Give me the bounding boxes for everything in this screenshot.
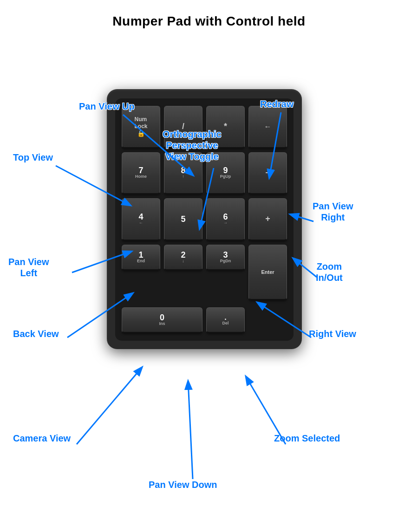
key-plus: +	[248, 198, 287, 241]
key-0-ins: 0 Ins	[122, 307, 202, 333]
label-zoom-in-out: Zoom In/Out	[316, 261, 343, 283]
label-top-view: Top View	[13, 152, 53, 163]
key-6: 6 →	[206, 198, 245, 241]
label-pan-view-up: Pan View Up	[79, 101, 135, 112]
svg-line-10	[77, 368, 142, 444]
key-5: 5	[164, 198, 202, 241]
label-right-view: Right View	[309, 328, 356, 339]
label-pan-view-right: Pan View Right	[313, 201, 353, 223]
key-backspace: ←	[248, 106, 287, 149]
label-pan-view-down: Pan View Down	[149, 479, 217, 490]
key-numlock: NumLock 🔒	[122, 106, 160, 149]
label-zoom-selected: Zoom Selected	[274, 433, 340, 444]
label-ortho-toggle: Orthographic Perspective View Toggle	[163, 129, 222, 162]
label-camera-view: Camera View	[13, 433, 71, 444]
keyboard-diagram: NumLock 🔒 / * ← 7 Home	[107, 89, 302, 349]
key-3: 3 PgDn	[206, 245, 245, 271]
key-enter: Enter	[248, 245, 287, 300]
label-redraw: Redraw	[260, 98, 294, 110]
key-dot: . Del	[206, 307, 245, 333]
key-1: 1 End	[122, 245, 160, 271]
key-2: 2 ↓	[164, 245, 202, 271]
label-pan-view-left: Pan View Left	[8, 256, 49, 279]
svg-line-11	[188, 382, 193, 479]
key-minus: −	[248, 152, 287, 195]
label-back-view: Back View	[13, 328, 59, 339]
key-7: 7 Home	[122, 152, 160, 195]
key-4: 4 ←	[122, 198, 160, 241]
page-title: Numper Pad with Control held	[0, 0, 418, 29]
